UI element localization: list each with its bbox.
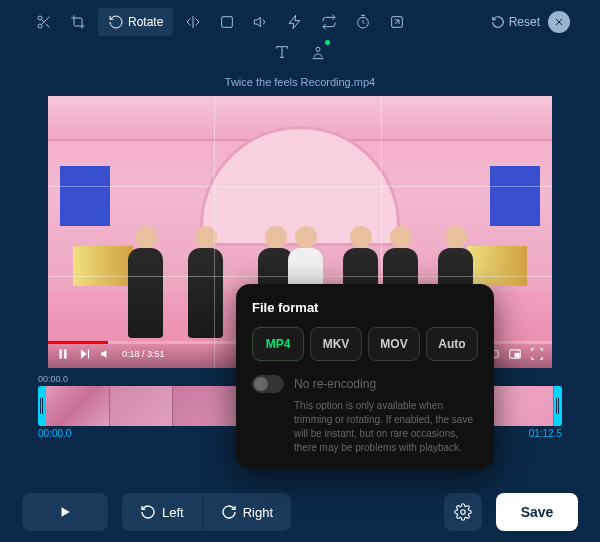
video-time-label: 0:18 / 3:51 (122, 349, 165, 359)
reset-button[interactable]: Reset (491, 15, 540, 29)
svg-marker-6 (255, 17, 261, 26)
svg-point-1 (38, 24, 42, 28)
filename-label: Twice the feels Recording.mp4 (0, 72, 600, 96)
export-icon[interactable] (383, 8, 411, 36)
bottom-bar: Left Right Save (0, 482, 600, 542)
svg-rect-14 (64, 349, 66, 358)
no-reencoding-toggle[interactable] (252, 375, 284, 393)
timer-icon[interactable] (349, 8, 377, 36)
notification-dot (325, 40, 330, 45)
rotate-right-label: Right (243, 505, 273, 520)
format-mov-button[interactable]: MOV (368, 327, 420, 361)
svg-line-4 (41, 19, 44, 22)
text-icon[interactable] (268, 38, 296, 66)
flip-horizontal-icon[interactable] (179, 8, 207, 36)
svg-rect-13 (60, 349, 62, 358)
resize-icon[interactable] (213, 8, 241, 36)
svg-point-22 (461, 510, 466, 515)
svg-point-0 (38, 16, 42, 20)
close-button[interactable] (548, 11, 570, 33)
main-toolbar: Rotate Reset (0, 0, 600, 36)
rotate-button[interactable]: Rotate (98, 8, 173, 36)
pip-icon[interactable] (508, 347, 522, 361)
timeline-start-time: 00:00.0 (38, 428, 71, 439)
format-auto-button[interactable]: Auto (426, 327, 478, 361)
crop-icon[interactable] (64, 8, 92, 36)
file-format-popup: File format MP4 MKV MOV Auto No re-encod… (236, 284, 494, 469)
subtitles-icon[interactable] (304, 38, 332, 66)
rotate-label: Rotate (128, 15, 163, 29)
rotate-right-button[interactable]: Right (203, 493, 291, 531)
next-icon[interactable] (78, 347, 92, 361)
reset-label: Reset (509, 15, 540, 29)
save-button[interactable]: Save (496, 493, 578, 531)
timeline-end-time: 01:12.5 (529, 428, 562, 439)
pause-icon[interactable] (56, 347, 70, 361)
timeline-thumb (110, 386, 174, 426)
rotate-controls: Left Right (122, 493, 291, 531)
cut-icon[interactable] (30, 8, 58, 36)
timeline-handle-left[interactable] (38, 386, 46, 426)
svg-rect-5 (222, 17, 233, 28)
format-options: MP4 MKV MOV Auto (252, 327, 478, 361)
format-mp4-button[interactable]: MP4 (252, 327, 304, 361)
no-reencoding-label: No re-encoding (294, 377, 376, 391)
fullscreen-icon[interactable] (530, 347, 544, 361)
svg-marker-21 (62, 507, 70, 516)
timeline-thumb (173, 386, 237, 426)
rotate-left-label: Left (162, 505, 184, 520)
svg-marker-15 (81, 349, 87, 358)
no-reencoding-description: This option is only available when trimm… (252, 399, 478, 455)
play-button[interactable] (22, 493, 108, 531)
volume-icon[interactable] (247, 8, 275, 36)
timeline-thumb (46, 386, 110, 426)
timeline-thumb (491, 386, 555, 426)
audio-icon[interactable] (100, 347, 114, 361)
loop-icon[interactable] (315, 8, 343, 36)
settings-button[interactable] (444, 493, 482, 531)
popup-title: File format (252, 300, 478, 315)
format-mkv-button[interactable]: MKV (310, 327, 362, 361)
svg-rect-20 (515, 353, 519, 357)
timeline-handle-right[interactable] (554, 386, 562, 426)
svg-line-3 (46, 24, 50, 28)
rotate-left-button[interactable]: Left (122, 493, 203, 531)
toolbar-row-2 (0, 36, 600, 72)
svg-marker-17 (101, 350, 106, 358)
svg-point-11 (316, 47, 320, 51)
speed-icon[interactable] (281, 8, 309, 36)
svg-rect-16 (88, 349, 89, 358)
